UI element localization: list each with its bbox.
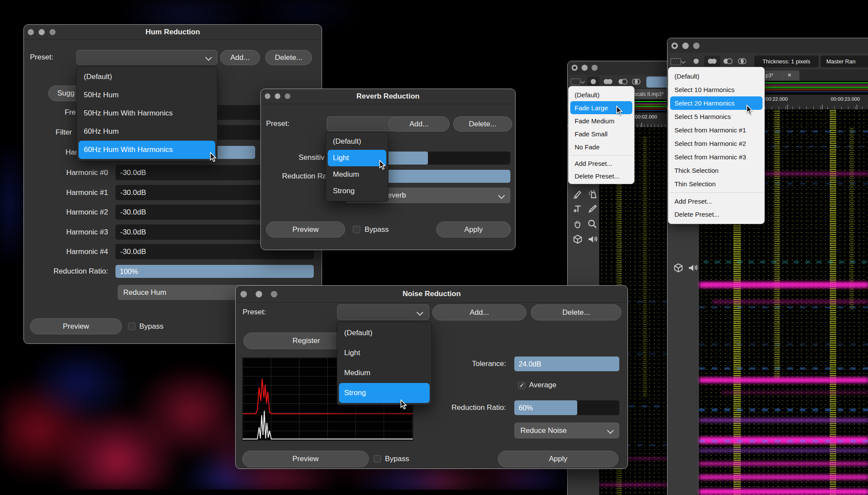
menu-item-fade-medium[interactable]: Fade Medium <box>569 114 634 127</box>
selection-mode-replace[interactable] <box>691 58 701 66</box>
thickness-indicator[interactable]: Thickness: 1 pixels <box>754 56 819 67</box>
chevron-down-icon[interactable] <box>681 59 686 64</box>
selection-mode-intersect[interactable] <box>631 78 641 87</box>
spray-tool-icon[interactable] <box>587 188 598 199</box>
menu-item-default[interactable]: (Default) <box>337 323 431 343</box>
union-selection-icon <box>706 58 718 65</box>
preset-combobox[interactable] <box>337 304 429 320</box>
add-preset-button[interactable]: Add... <box>220 50 260 65</box>
menu-item-default[interactable]: (Default) <box>569 88 634 101</box>
spectro-blue-row <box>699 440 868 442</box>
speaker-tool-icon[interactable] <box>687 262 698 274</box>
menu-item-delete-preset[interactable]: Delete Preset... <box>668 208 764 221</box>
menu-item-add-preset[interactable]: Add Preset... <box>668 195 764 208</box>
brush-tool-icon[interactable] <box>572 188 583 199</box>
cube-tool-icon[interactable] <box>673 262 684 274</box>
menu-item-50hz-hum[interactable]: 50Hz Hum <box>77 86 217 104</box>
harmonic-2-label: Harmonic #2 <box>24 205 108 220</box>
close-button[interactable] <box>265 93 270 99</box>
reduction-ratio-slider[interactable]: 100% <box>115 265 314 278</box>
harmonic-0-label: Harmonic #0 <box>24 165 108 180</box>
tab-close-icon[interactable]: ✕ <box>787 72 792 78</box>
preview-button[interactable]: Preview <box>266 221 345 238</box>
cube-tool-icon[interactable] <box>572 234 583 245</box>
chevron-down-icon[interactable] <box>581 79 585 84</box>
zoom-button[interactable] <box>285 93 290 99</box>
menu-item-default[interactable]: (Default) <box>326 133 388 150</box>
speaker-tool-icon[interactable] <box>587 234 598 245</box>
menu-item-select-from-harmonic-2[interactable]: Select from Harmonic #2 <box>668 137 764 150</box>
bypass-checkbox[interactable] <box>353 226 360 233</box>
selection-mode-intersect[interactable] <box>737 58 747 66</box>
minimize-button[interactable] <box>275 93 280 99</box>
selection-mode-union-active[interactable] <box>704 56 720 67</box>
zoom-tool-icon[interactable] <box>587 218 598 230</box>
minimize-button[interactable] <box>682 43 689 49</box>
close-button[interactable] <box>240 291 247 297</box>
menu-item-default[interactable]: (Default) <box>77 68 217 86</box>
mode-dropdown[interactable]: Reduce Noise <box>514 422 619 439</box>
average-checkbox[interactable]: ✓ <box>518 382 526 389</box>
add-preset-button[interactable]: Add... <box>388 116 450 132</box>
menu-item-fade-small[interactable]: Fade Small <box>569 127 634 140</box>
preset-combobox[interactable] <box>76 50 217 65</box>
delete-preset-button[interactable]: Delete... <box>265 50 312 65</box>
menu-item-strong[interactable]: Strong <box>326 183 388 199</box>
menu-item-delete-preset[interactable]: Delete Preset... <box>569 170 634 182</box>
titlebar[interactable]: Noise Reduction <box>236 286 628 303</box>
text-tool-icon[interactable] <box>572 203 583 214</box>
menu-item-light[interactable]: Light <box>337 343 431 363</box>
menu-item-add-preset[interactable]: Add Preset... <box>569 157 634 170</box>
bypass-checkbox[interactable] <box>374 455 381 462</box>
delete-preset-button[interactable]: Delete... <box>453 116 512 132</box>
menu-item-60hz-hum[interactable]: 60Hz Hum <box>77 122 217 141</box>
titlebar[interactable]: Hum Reduction <box>24 25 322 40</box>
reduction-ratio-slider[interactable]: 60% <box>514 400 619 415</box>
zoom-button[interactable] <box>49 29 56 35</box>
zoom-button[interactable] <box>693 43 700 49</box>
selection-mode-union[interactable] <box>602 78 614 87</box>
selection-tool-icon[interactable] <box>571 79 580 85</box>
zoom-button[interactable] <box>592 65 598 71</box>
minimize-button[interactable] <box>39 29 45 35</box>
menu-item-50hz-hum-harmonics[interactable]: 50Hz Hum With Harmonics <box>77 104 217 122</box>
tolerance-slider[interactable]: 24.0dB <box>514 356 619 371</box>
preview-button[interactable]: Preview <box>242 451 369 467</box>
menu-item-thick-selection[interactable]: Thick Selection <box>668 164 764 177</box>
menu-item-select-from-harmonic-3[interactable]: Select from Harmonic #3 <box>668 150 764 164</box>
selection-mode-subtract[interactable] <box>617 78 628 87</box>
close-button[interactable] <box>28 29 34 35</box>
menu-item-select-10-harmonics[interactable]: Select 10 Harmonics <box>668 83 764 96</box>
preview-button[interactable]: Preview <box>30 318 122 334</box>
zoom-button[interactable] <box>271 291 277 297</box>
menu-item-no-fade[interactable]: No Fade <box>569 140 634 153</box>
minimize-button[interactable] <box>582 65 588 71</box>
titlebar[interactable]: Reverb Reduction <box>261 89 515 104</box>
menu-item-medium[interactable]: Medium <box>337 363 431 383</box>
hand-tool-icon[interactable] <box>572 218 583 230</box>
eyedropper-tool-icon[interactable] <box>587 203 598 214</box>
close-button[interactable] <box>671 43 678 49</box>
menu-item-select-from-harmonic-1[interactable]: Select from Harmonic #1 <box>668 123 764 137</box>
titlebar[interactable] <box>667 38 868 53</box>
harmonic-selection-tool-icon[interactable] <box>671 58 681 65</box>
delete-preset-button[interactable]: Delete... <box>531 304 621 320</box>
selection-mode-replace-active[interactable] <box>587 76 599 87</box>
apply-button[interactable]: Apply <box>498 451 618 467</box>
menu-item-default[interactable]: (Default) <box>668 69 764 83</box>
menu-item-strong-selected[interactable]: Strong <box>339 383 430 403</box>
harmonic-1-label: Harmonic #1 <box>24 185 108 200</box>
subtract-selection-icon <box>617 78 628 85</box>
preview-label: Preview <box>293 225 319 234</box>
menu-item-60hz-hum-harmonics-selected[interactable]: 60Hz Hum With Harmonics <box>79 141 215 159</box>
apply-button[interactable]: Apply <box>436 221 511 238</box>
selection-mode-subtract[interactable] <box>722 58 733 66</box>
minimize-button[interactable] <box>256 291 262 297</box>
bypass-checkbox[interactable] <box>128 323 135 330</box>
master-range-indicator[interactable]: Master Ran <box>821 56 868 67</box>
spectro-purple-band <box>699 418 868 422</box>
close-button[interactable] <box>572 65 578 71</box>
spectro-cyan-row <box>704 261 868 263</box>
add-preset-button[interactable]: Add... <box>432 304 526 320</box>
menu-item-thin-selection[interactable]: Thin Selection <box>668 177 764 191</box>
